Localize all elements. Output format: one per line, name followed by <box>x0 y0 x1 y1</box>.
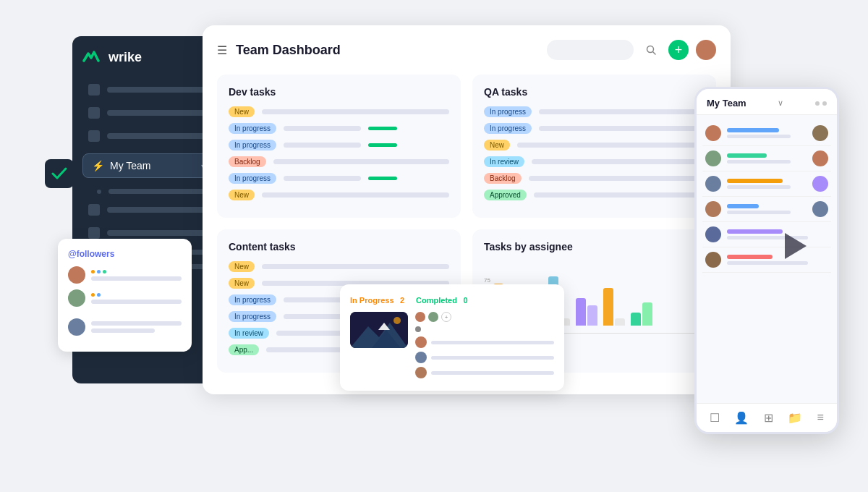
my-team-button[interactable]: ⚡ My Team ▾ <box>82 153 214 178</box>
badge-new: New <box>229 261 255 272</box>
footer-icon-menu[interactable]: ≡ <box>817 411 823 425</box>
badge-inreview: In review <box>229 328 269 339</box>
ptask-line <box>431 371 554 375</box>
ptask-small-avatar <box>415 312 425 322</box>
follower-line <box>91 321 182 326</box>
task-row: New <box>229 261 449 272</box>
task-row: New <box>229 106 449 117</box>
progress-tasks-list: + <box>415 312 554 382</box>
sidebar-nav-grid[interactable] <box>82 103 214 123</box>
task-image <box>350 312 408 348</box>
sidebar-nav-home[interactable] <box>82 80 214 100</box>
ptask-avatar <box>415 367 427 378</box>
add-button[interactable]: + <box>668 40 689 60</box>
sidebar-sub-1[interactable] <box>82 185 214 198</box>
mobile-card: My Team ∨ <box>694 87 839 434</box>
nav-home-label <box>107 87 208 93</box>
bar <box>631 313 641 326</box>
badge-approved: Approved <box>484 190 527 200</box>
badge-inprogress: In progress <box>484 106 532 117</box>
sub-label-1 <box>109 189 208 194</box>
search-icon <box>646 45 656 55</box>
badge-inprogress: In progress <box>229 173 276 184</box>
dot <box>97 270 101 273</box>
follower-avatar <box>68 266 85 284</box>
completed-label: Completed 0 <box>416 293 467 306</box>
dev-tasks-card: Dev tasks New In progress In progress Ba… <box>217 75 461 218</box>
dev-tasks-title: Dev tasks <box>229 86 449 98</box>
dot <box>91 293 95 297</box>
search-bar[interactable] <box>547 40 634 60</box>
follower-row <box>68 289 182 307</box>
task-row: In progress <box>229 140 449 150</box>
mobile-bar <box>727 153 767 158</box>
spacer <box>68 313 182 318</box>
search-button[interactable] <box>641 40 661 60</box>
task-line <box>262 109 449 114</box>
badge-inprogress: In progress <box>229 123 276 134</box>
add-person-button[interactable]: + <box>441 312 451 322</box>
progress-task-row <box>415 336 554 348</box>
checkmark-icon <box>51 167 67 180</box>
task-line <box>284 143 361 148</box>
mobile-info <box>727 204 807 214</box>
mobile-header: My Team ∨ <box>697 89 837 115</box>
grid-icon <box>88 107 100 119</box>
follower-info <box>91 321 182 333</box>
task-line <box>532 159 705 164</box>
checkmark-box <box>45 159 74 188</box>
sidebar-nav-2[interactable] <box>82 200 214 220</box>
task-row: In review <box>484 156 705 167</box>
play-button[interactable] <box>781 232 810 260</box>
badge-inprogress: In progress <box>484 123 532 134</box>
task-line <box>529 176 705 181</box>
task-line <box>517 143 705 148</box>
progress-bar <box>368 143 397 147</box>
ptask-avatar <box>415 336 427 348</box>
sidebar-nav-list[interactable] <box>82 126 214 146</box>
mobile-avatar <box>705 150 721 166</box>
bar <box>576 298 586 326</box>
progress-bar <box>368 177 397 180</box>
nav-icon-2 <box>88 204 100 216</box>
qa-tasks-title: QA tasks <box>484 86 705 98</box>
mobile-dot <box>815 101 820 106</box>
footer-icon-folder[interactable]: 📁 <box>788 411 802 425</box>
mobile-row <box>702 197 831 222</box>
mobile-info <box>727 128 807 138</box>
user-avatar[interactable] <box>696 40 716 60</box>
task-line <box>539 109 705 114</box>
follower-avatar <box>68 318 85 336</box>
task-line <box>262 264 449 269</box>
mobile-right-avatar <box>812 150 828 166</box>
progress-task-row <box>415 352 554 363</box>
mobile-info <box>727 153 807 164</box>
mountain-svg <box>350 312 408 348</box>
mobile-bar <box>727 204 759 208</box>
mobile-avatar <box>705 176 721 192</box>
badge-inprogress: In progress <box>229 140 276 150</box>
mobile-row <box>702 222 831 247</box>
bar <box>642 302 652 326</box>
task-row: Approved <box>484 190 705 200</box>
footer-icon-grid[interactable]: ⊞ <box>764 411 773 425</box>
svg-marker-7 <box>785 233 807 259</box>
dot <box>91 270 95 273</box>
task-line <box>273 159 449 164</box>
y-tick-75: 75 <box>484 277 490 284</box>
mobile-bar <box>727 229 783 234</box>
progress-content: + <box>350 312 554 382</box>
mobile-avatar <box>705 125 721 141</box>
footer-icon-tasks[interactable]: ☐ <box>710 411 720 425</box>
footer-icon-people[interactable]: 👤 <box>734 411 749 425</box>
nav-label-2 <box>107 207 208 213</box>
ptask-avatar <box>415 352 427 363</box>
nav-list-label <box>107 133 208 139</box>
bar-group-5 <box>603 288 625 326</box>
menu-icon[interactable]: ☰ <box>217 43 227 57</box>
badge-new: New <box>229 278 255 289</box>
mobile-dots <box>815 101 827 106</box>
svg-point-5 <box>393 317 401 324</box>
mobile-bar-thin <box>727 135 791 138</box>
mobile-info <box>727 179 807 189</box>
